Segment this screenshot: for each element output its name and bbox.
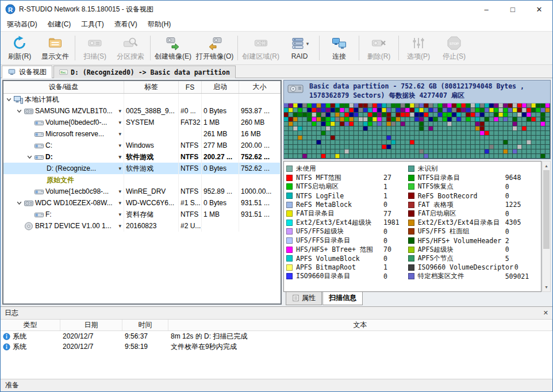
tree-column-header-0[interactable]: 设备/磁盘	[3, 81, 124, 93]
chevron-expanded-icon	[16, 200, 22, 206]
legend-scrollbar[interactable]: ▲ ▼	[542, 161, 551, 292]
menu-item-4[interactable]: 帮助(H)	[143, 17, 176, 32]
toolbar-button-scan[interactable]: 扫描(S)	[77, 33, 113, 63]
window-title: R-STUDIO Network 8.15.180015 - 设备视图	[19, 5, 153, 14]
tree-row[interactable]: SAMSUNG MZVLB1T0...▾0025_388B_9...#0 ...…	[3, 105, 281, 117]
device-dropdown-arrow-icon[interactable]: ▾	[118, 120, 122, 125]
toolbar-button-open-image[interactable]: 打开镜像(O)	[194, 33, 236, 63]
legend-label: Ext2/Ext3/Ext4目录条目	[418, 218, 504, 227]
legend-swatch	[286, 183, 293, 190]
tree-cell-label: 软件游戏	[124, 151, 179, 163]
tree-cell-size: 260 MB	[239, 117, 281, 128]
legend-item: FAT 表格项1225	[408, 200, 540, 209]
menu-item-1[interactable]: 创建(C)	[43, 17, 76, 32]
device-dropdown-arrow-icon[interactable]: ▾	[118, 223, 122, 229]
tree-row[interactable]: Rec.原始文件	[3, 174, 281, 186]
menu-item-2[interactable]: 工具(T)	[76, 17, 109, 32]
tree-row[interactable]: D:▾软件游戏NTFS200.27 ...752.62 ...	[3, 151, 281, 163]
caption-buttons: – □ ✕	[473, 1, 552, 18]
toolbar-button-stop[interactable]: STOP停止(S)	[436, 33, 472, 63]
legend-label: NTFS目录条目	[418, 174, 504, 182]
toolbar-button-connect[interactable]: 连接	[321, 33, 357, 63]
device-dropdown-arrow-icon[interactable]: ▾	[118, 154, 122, 160]
tree-row[interactable]: Microsoft reserve...▾261 MB16 MB	[3, 128, 281, 140]
log-row[interactable]: 系统2020/12/79:56:378m 12s 的 D: 扫描已完成	[1, 331, 552, 341]
info-tab-1[interactable]: 扫描信息	[322, 292, 363, 305]
scrollbar-thumb[interactable]	[543, 170, 550, 249]
legend-swatch	[408, 220, 414, 226]
toolbar-button-partition-search[interactable]: 分区搜索	[113, 33, 148, 63]
tree-row[interactable]: C:▾WindowsNTFS277 MB200.00 ...	[3, 140, 281, 151]
device-dropdown-arrow-icon[interactable]: ▾	[118, 212, 122, 217]
close-button[interactable]: ✕	[526, 1, 552, 18]
raid-dropdown-arrow-icon[interactable]: ▾	[306, 41, 309, 47]
menu-item-3[interactable]: 查看(V)	[109, 17, 143, 32]
tree-row[interactable]: WDC WD10EZEX-08W...▾WD-WCC6Y6...#1 S...0…	[3, 197, 281, 209]
log-title-bar: 日志 ✕	[1, 307, 552, 320]
tree-cell-label	[124, 128, 179, 140]
tree-cell-start: 261 MB	[202, 128, 239, 140]
log-close-icon[interactable]: ✕	[543, 309, 548, 317]
toolbar-button-refresh[interactable]: 刷新(R)	[2, 33, 37, 63]
tree-row[interactable]: F:▾资料存储NTFS1 MB931.51 ...	[3, 209, 281, 220]
device-view-icon	[7, 68, 16, 76]
log-cell-time: 9:58:19	[122, 343, 168, 351]
legend-label: ReFS MetaBlock	[296, 201, 382, 209]
tree-cell-device: Rec.D: (Recognize...▾	[3, 163, 124, 174]
tree-row[interactable]: BR17 DEVICE V1.00 1...▾20160823#2 U...	[3, 220, 281, 232]
info-icon	[3, 333, 10, 340]
tree-row[interactable]: Volume{0bedecf0-...▾SYSTEMFAT321 MB260 M…	[3, 117, 281, 128]
device-dropdown-arrow-icon[interactable]: ▾	[118, 189, 122, 194]
tree-column-header-2[interactable]: FS	[179, 81, 202, 93]
tree-row[interactable]: Rec.D: (Recognize...▾软件游戏NTFS0 Bytes752.…	[3, 163, 281, 174]
log-column-header-1[interactable]: 日期	[60, 320, 122, 330]
disk-icon	[24, 199, 33, 207]
legend-value: 5	[504, 255, 509, 263]
toolbar-button-create-region[interactable]: 创建区域(R)	[240, 33, 282, 63]
log-row[interactable]: 系统2020/12/79:58:19文件枚举在9秒内完成	[1, 341, 552, 352]
info-tab-0[interactable]: 属性	[286, 292, 322, 305]
log-panel: 日志 ✕ 类型日期时间文本 系统2020/12/79:56:378m 12s 的…	[1, 306, 552, 379]
legend-item: Ext2/Ext3/Ext4超级块1981	[286, 218, 408, 228]
info-tab-bar: 属性扫描信息	[283, 292, 551, 305]
device-dropdown-arrow-icon[interactable]: ▾	[118, 131, 122, 137]
legend-label: NTFS恢复点	[418, 182, 504, 191]
scroll-up-icon[interactable]: ▲	[543, 162, 550, 170]
partition-info-text: Basic data partition - 752.62 GB (808121…	[309, 82, 547, 100]
scrollbar-track[interactable]	[543, 170, 550, 283]
tab-1[interactable]: Rec.D: (Recognized0) -> Basic data parti…	[53, 66, 236, 78]
tree-cell-fs	[179, 94, 202, 105]
tree-column-header-3[interactable]: 启动	[202, 81, 239, 93]
tree-cell-label: 软件游戏	[124, 163, 179, 174]
options-icon	[411, 36, 426, 51]
maximize-button[interactable]: □	[500, 1, 526, 18]
minimize-button[interactable]: –	[473, 1, 500, 18]
toolbar-button-show-files[interactable]: 显示文件	[37, 33, 73, 63]
tree-column-header-1[interactable]: 标签	[124, 81, 179, 93]
legend-item: HFS/HFS+ BTree+ 范围70	[286, 245, 408, 254]
toolbar-button-create-image[interactable]: 创建镜像(E)	[152, 33, 194, 63]
tab-0[interactable]: 设备视图	[2, 66, 52, 78]
tree-row[interactable]: Volume{1ecb0c98-...▾WinRE_DRVNTFS952.89 …	[3, 186, 281, 197]
legend-item: ISO9660目录条目0	[286, 272, 408, 281]
legend-swatch	[408, 255, 414, 262]
legend-swatch	[408, 202, 414, 208]
log-column-header-2[interactable]: 时间	[122, 320, 168, 330]
toolbar-button-delete[interactable]: 删除(R)	[361, 33, 397, 63]
toolbar-button-raid[interactable]: ▾RAID	[282, 33, 317, 63]
device-dropdown-arrow-icon[interactable]: ▾	[118, 143, 122, 148]
tree-cell-fs: #0 ...	[179, 105, 202, 117]
tree-cell-fs: #1 S...	[179, 197, 202, 209]
menu-item-0[interactable]: 驱动器(D)	[2, 17, 43, 32]
log-column-header-3[interactable]: 文本	[168, 320, 552, 330]
toolbar-button-options[interactable]: 选项(P)	[401, 33, 436, 63]
device-dropdown-arrow-icon[interactable]: ▾	[118, 166, 122, 171]
device-dropdown-arrow-icon[interactable]: ▾	[118, 108, 122, 114]
device-dropdown-arrow-icon[interactable]: ▾	[118, 200, 122, 206]
legend-label: UFS/FFS目录条目	[296, 236, 382, 245]
sector-map-canvas[interactable]	[284, 103, 550, 159]
log-column-header-0[interactable]: 类型	[1, 320, 60, 330]
scroll-down-icon[interactable]: ▼	[543, 283, 550, 291]
tree-row[interactable]: 本地计算机	[3, 94, 281, 105]
tree-column-header-4[interactable]: 大小	[239, 81, 281, 93]
